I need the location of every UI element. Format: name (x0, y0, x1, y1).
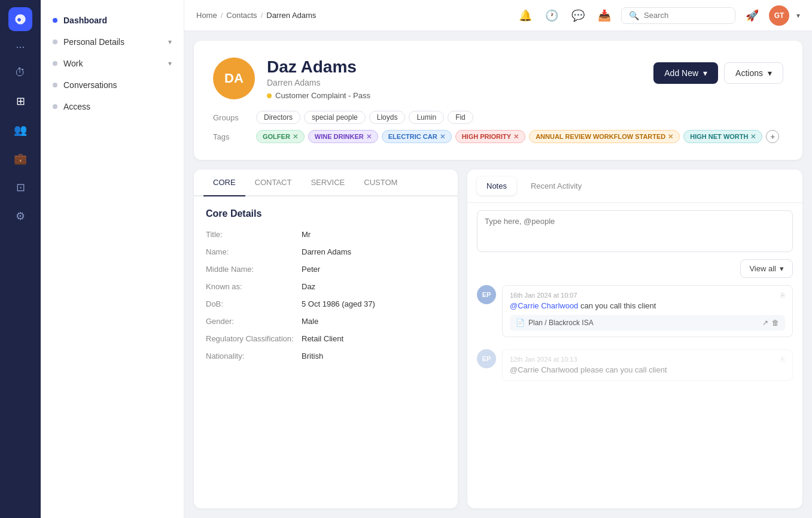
note-link-label-1[interactable]: Plan / Blackrock ISA (528, 319, 594, 327)
view-all-label: View all (749, 264, 776, 273)
app-logo[interactable] (8, 7, 32, 31)
tabs-panel: CORE CONTACT SERVICE CUSTOM Core Details… (194, 169, 458, 508)
copy-icon[interactable]: ⎘ (781, 356, 785, 363)
nav-grid-icon[interactable]: ⊡ (8, 175, 32, 199)
sidebar-dot (53, 61, 57, 66)
tab-service[interactable]: SERVICE (301, 169, 354, 196)
delete-icon[interactable]: 🗑 (772, 319, 779, 327)
field-label-dob: DoB: (206, 299, 302, 308)
actions-button[interactable]: Actions ▾ (724, 62, 783, 84)
tab-core[interactable]: CORE (203, 169, 245, 196)
tab-custom[interactable]: CUSTOM (354, 169, 407, 196)
nav-briefcase-icon[interactable]: 💼 (8, 147, 32, 171)
notes-textarea[interactable] (477, 210, 793, 252)
profile-info: Daz Adams Darren Adams Customer Complain… (267, 57, 641, 100)
nav-clock-icon[interactable]: ⏱ (8, 60, 32, 84)
tags-row: Tags GOLFER ✕ WINE DRINKER ✕ ELECTRIC CA… (213, 130, 783, 143)
inbox-icon[interactable]: 📥 (595, 6, 614, 25)
field-label-title: Title: (206, 230, 302, 239)
breadcrumb-home[interactable]: Home (196, 11, 217, 20)
group-tag-fid[interactable]: Fid (448, 111, 473, 124)
external-link-icon[interactable]: ↗ (762, 319, 768, 327)
sidebar-item-access[interactable]: Access (41, 96, 184, 117)
field-label-nationality: Nationality: (206, 352, 302, 361)
view-all-button[interactable]: View all ▾ (740, 259, 793, 278)
notifications-icon[interactable]: 🔔 (516, 6, 535, 25)
tag-annual-review[interactable]: ANNUAL REVIEW WORKFLOW STARTED ✕ (529, 130, 680, 143)
copy-icon[interactable]: ⎘ (781, 292, 785, 299)
nav-users-icon[interactable]: 👥 (8, 118, 32, 142)
tags-list: GOLFER ✕ WINE DRINKER ✕ ELECTRIC CAR ✕ H… (256, 130, 779, 143)
field-value-dob: 5 Oct 1986 (aged 37) (302, 299, 375, 308)
bottom-panel: CORE CONTACT SERVICE CUSTOM Core Details… (194, 169, 802, 508)
field-label-known-as: Known as: (206, 282, 302, 291)
search-icon: 🔍 (629, 11, 639, 20)
profile-display-name: Daz Adams (267, 57, 641, 77)
notes-tab-recent-activity[interactable]: Recent Activity (521, 177, 591, 195)
group-tag-lumin[interactable]: Lumin (409, 111, 444, 124)
add-tag-button[interactable]: + (766, 130, 779, 143)
group-tag-lloyds[interactable]: Lloyds (369, 111, 406, 124)
actions-label: Actions (735, 68, 763, 78)
note-card-1: 16th Jan 2024 at 10:07 ⎘ @Carrie Charlwo… (502, 285, 793, 337)
add-new-label: Add New (664, 68, 698, 78)
note-avatar-2: EP (477, 349, 496, 368)
tag-electric-car[interactable]: ELECTRIC CAR ✕ (382, 130, 452, 143)
sidebar-label-work: Work (63, 59, 83, 68)
topnav: Home / Contacts / Darren Adams 🔔 🕐 💬 📥 🔍… (184, 0, 812, 31)
breadcrumb-contacts[interactable]: Contacts (226, 11, 257, 20)
tag-high-net-worth[interactable]: HIGH NET WORTH ✕ (683, 130, 762, 143)
sidebar-item-dashboard[interactable]: Dashboard (41, 10, 184, 31)
breadcrumb-sep-2: / (261, 11, 263, 20)
note-timestamp-1: 16th Jan 2024 at 10:07 ⎘ (510, 292, 785, 299)
main-content: Home / Contacts / Darren Adams 🔔 🕐 💬 📥 🔍… (184, 0, 812, 518)
tag-wine-drinker[interactable]: WINE DRINKER ✕ (308, 130, 378, 143)
field-known-as: Known as: Daz (206, 282, 446, 291)
field-value-regulatory: Retail Client (302, 334, 343, 343)
notes-header: Notes Recent Activity (467, 169, 802, 203)
group-tag-special-people[interactable]: special people (304, 111, 366, 124)
note-text-2: @Carrie Charlwood please can you call cl… (510, 365, 785, 374)
tag-remove-icon: ✕ (513, 133, 519, 141)
chevron-down-icon: ▾ (768, 68, 772, 78)
field-value-nationality: British (302, 352, 323, 361)
note-timestamp-2: 12th Jan 2024 at 10:13 ⎘ (510, 356, 785, 363)
sidebar: Dashboard Personal Details ▾ Work ▾ Conv… (41, 0, 184, 518)
note-link-1: 📄 Plan / Blackrock ISA ↗ 🗑 (510, 315, 785, 331)
groups-list: Directors special people Lloyds Lumin Fi… (256, 111, 473, 124)
search-input[interactable] (644, 11, 728, 20)
more-icon[interactable]: ··· (16, 41, 25, 53)
sidebar-item-personal-details[interactable]: Personal Details ▾ (41, 31, 184, 53)
notes-panel: Notes Recent Activity View all ▾ EP (467, 169, 802, 508)
tag-remove-icon: ✕ (366, 133, 372, 141)
note-mention-1[interactable]: @Carrie Charlwood (510, 301, 578, 310)
nav-settings-icon[interactable]: ⚙ (8, 204, 32, 228)
rocket-icon[interactable]: 🚀 (743, 6, 762, 25)
chat-icon[interactable]: 💬 (568, 6, 588, 25)
tab-contact[interactable]: CONTACT (245, 169, 302, 196)
tab-content-core: Core Details Title: Mr Name: Darren Adam… (194, 196, 458, 381)
field-dob: DoB: 5 Oct 1986 (aged 37) (206, 299, 446, 308)
user-chevron-icon[interactable]: ▾ (796, 11, 800, 20)
clock-icon[interactable]: 🕐 (542, 6, 561, 25)
sidebar-dot (53, 104, 57, 109)
status-text: Customer Complaint - Pass (275, 91, 370, 100)
chevron-down-icon: ▾ (168, 38, 172, 46)
user-avatar[interactable]: GT (769, 5, 789, 26)
sidebar-label-conversations: Conversations (63, 80, 117, 90)
notes-tab-notes[interactable]: Notes (477, 177, 516, 195)
tag-golfer[interactable]: GOLFER ✕ (256, 130, 305, 143)
nav-home-icon[interactable]: ⊞ (8, 89, 32, 113)
sidebar-item-work[interactable]: Work ▾ (41, 53, 184, 74)
note-entry-2: EP 12th Jan 2024 at 10:13 ⎘ @Carrie Char… (477, 349, 793, 381)
core-details-title: Core Details (206, 208, 446, 219)
tabs-header: CORE CONTACT SERVICE CUSTOM (194, 169, 458, 196)
tag-remove-icon: ✕ (293, 133, 298, 141)
sidebar-dot (53, 18, 57, 23)
note-body-1: can you call this client (580, 301, 656, 310)
sidebar-item-conversations[interactable]: Conversations (41, 74, 184, 96)
add-new-button[interactable]: Add New ▾ (653, 62, 718, 84)
group-tag-directors[interactable]: Directors (256, 111, 300, 124)
tag-high-priority[interactable]: HIGH PRIORITY ✕ (455, 130, 526, 143)
note-text-1: @Carrie Charlwood can you call this clie… (510, 301, 785, 310)
